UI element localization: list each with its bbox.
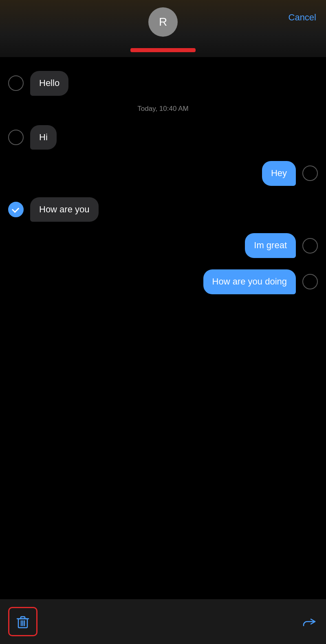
share-icon	[300, 613, 316, 630]
messages-area: Hello Today, 10:40 AM Hi Hey How are you…	[0, 57, 326, 611]
message-row: How are you doing	[0, 264, 326, 300]
avatar: R	[148, 7, 178, 37]
message-row: Im great	[0, 227, 326, 264]
message-bubble-1: Hello	[30, 71, 68, 96]
message-row: How are you	[0, 192, 326, 228]
message-bubble-6: Im great	[245, 233, 296, 258]
contact-name-bar	[130, 48, 196, 52]
trash-icon	[15, 614, 31, 629]
cancel-button[interactable]: Cancel	[289, 12, 316, 23]
message-checkbox-6[interactable]	[302, 238, 318, 254]
message-row: Hey	[0, 155, 326, 192]
header: R Cancel	[0, 0, 326, 57]
message-checkbox-7[interactable]	[302, 274, 318, 289]
share-button[interactable]	[297, 611, 318, 632]
message-row: Hi	[0, 119, 326, 156]
bottom-toolbar	[0, 599, 326, 644]
message-checkbox-3[interactable]	[8, 130, 24, 145]
timestamp: Today, 10:40 AM	[0, 101, 326, 119]
message-checkbox-5[interactable]	[8, 202, 24, 217]
delete-button[interactable]	[8, 607, 37, 636]
message-bubble-4: Hey	[262, 161, 296, 186]
message-checkbox-1[interactable]	[8, 75, 24, 91]
message-checkbox-4[interactable]	[302, 165, 318, 181]
message-bubble-3: Hi	[30, 125, 57, 150]
message-bubble-5: How are you	[30, 197, 99, 222]
message-row: Hello	[0, 65, 326, 101]
message-bubble-7: How are you doing	[203, 269, 296, 294]
